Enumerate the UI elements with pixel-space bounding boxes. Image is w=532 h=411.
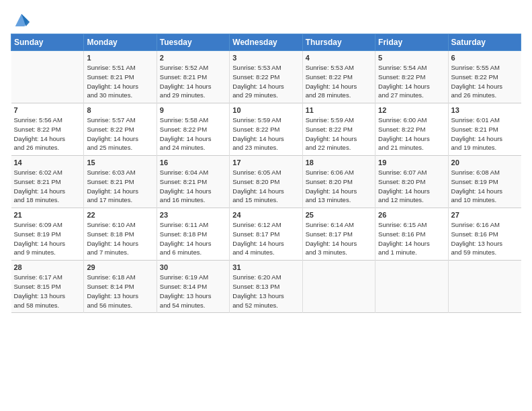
day-info: Sunrise: 6:16 AMSunset: 8:16 PMDaylight:… xyxy=(451,220,519,257)
calendar-cell: 5Sunrise: 5:54 AMSunset: 8:22 PMDaylight… xyxy=(375,51,448,103)
day-info: Sunrise: 6:05 AMSunset: 8:20 PMDaylight:… xyxy=(232,168,299,205)
day-info: Sunrise: 6:19 AMSunset: 8:14 PMDaylight:… xyxy=(160,273,226,310)
week-row-2: 14Sunrise: 6:02 AMSunset: 8:21 PMDayligh… xyxy=(11,156,521,208)
calendar-cell: 28Sunrise: 6:17 AMSunset: 8:15 PMDayligh… xyxy=(11,261,84,313)
calendar-cell: 26Sunrise: 6:15 AMSunset: 8:16 PMDayligh… xyxy=(375,208,448,261)
calendar-body: 1Sunrise: 5:51 AMSunset: 8:21 PMDaylight… xyxy=(11,51,521,313)
calendar-cell: 2Sunrise: 5:52 AMSunset: 8:21 PMDaylight… xyxy=(157,51,229,103)
logo-icon xyxy=(12,11,31,30)
day-info: Sunrise: 6:08 AMSunset: 8:19 PMDaylight:… xyxy=(451,168,519,205)
day-number: 21 xyxy=(14,211,81,219)
header-day-monday: Monday xyxy=(84,34,157,51)
calendar-cell: 6Sunrise: 5:55 AMSunset: 8:22 PMDaylight… xyxy=(448,51,521,103)
calendar-cell: 12Sunrise: 6:00 AMSunset: 8:22 PMDayligh… xyxy=(375,103,448,156)
day-number: 4 xyxy=(306,54,372,62)
day-info: Sunrise: 6:03 AMSunset: 8:21 PMDaylight:… xyxy=(87,168,153,205)
day-info: Sunrise: 5:52 AMSunset: 8:21 PMDaylight:… xyxy=(160,63,226,100)
day-number: 8 xyxy=(87,106,153,114)
day-number: 22 xyxy=(87,211,153,219)
day-info: Sunrise: 6:04 AMSunset: 8:21 PMDaylight:… xyxy=(160,168,226,205)
calendar-cell: 17Sunrise: 6:05 AMSunset: 8:20 PMDayligh… xyxy=(230,156,302,208)
day-info: Sunrise: 6:18 AMSunset: 8:14 PMDaylight:… xyxy=(87,273,153,310)
calendar-cell: 8Sunrise: 5:57 AMSunset: 8:22 PMDaylight… xyxy=(84,103,157,156)
header-day-thursday: Thursday xyxy=(302,34,375,51)
week-row-3: 21Sunrise: 6:09 AMSunset: 8:19 PMDayligh… xyxy=(11,208,521,261)
day-number: 30 xyxy=(160,263,226,271)
header-day-tuesday: Tuesday xyxy=(157,34,229,51)
day-number: 13 xyxy=(451,106,519,114)
day-number: 28 xyxy=(14,263,81,271)
day-number: 19 xyxy=(378,158,445,167)
day-number: 1 xyxy=(87,54,153,62)
day-number: 27 xyxy=(451,211,519,219)
day-info: Sunrise: 6:01 AMSunset: 8:21 PMDaylight:… xyxy=(451,116,519,152)
day-info: Sunrise: 5:53 AMSunset: 8:22 PMDaylight:… xyxy=(232,63,299,100)
calendar-cell: 3Sunrise: 5:53 AMSunset: 8:22 PMDaylight… xyxy=(230,51,302,103)
day-number: 29 xyxy=(87,263,153,271)
day-number: 2 xyxy=(160,54,226,62)
day-info: Sunrise: 6:02 AMSunset: 8:21 PMDaylight:… xyxy=(14,168,81,205)
day-number: 11 xyxy=(306,106,372,114)
calendar-cell: 27Sunrise: 6:16 AMSunset: 8:16 PMDayligh… xyxy=(448,208,521,261)
day-number: 12 xyxy=(378,106,445,114)
day-info: Sunrise: 6:10 AMSunset: 8:18 PMDaylight:… xyxy=(87,220,153,257)
calendar-cell xyxy=(302,261,375,313)
calendar-cell: 25Sunrise: 6:14 AMSunset: 8:17 PMDayligh… xyxy=(302,208,375,261)
calendar-cell xyxy=(11,51,84,103)
day-info: Sunrise: 5:54 AMSunset: 8:22 PMDaylight:… xyxy=(378,63,445,100)
day-number: 18 xyxy=(306,158,372,167)
day-number: 24 xyxy=(232,211,299,219)
day-number: 31 xyxy=(232,263,299,271)
calendar-table: SundayMondayTuesdayWednesdayThursdayFrid… xyxy=(11,34,521,313)
day-number: 6 xyxy=(451,54,519,62)
calendar-cell: 19Sunrise: 6:07 AMSunset: 8:20 PMDayligh… xyxy=(375,156,448,208)
day-number: 15 xyxy=(87,158,153,167)
day-number: 3 xyxy=(232,54,299,62)
day-info: Sunrise: 6:14 AMSunset: 8:17 PMDaylight:… xyxy=(306,220,372,257)
day-info: Sunrise: 5:53 AMSunset: 8:22 PMDaylight:… xyxy=(306,63,372,100)
day-number: 14 xyxy=(14,158,81,167)
calendar-cell: 1Sunrise: 5:51 AMSunset: 8:21 PMDaylight… xyxy=(84,51,157,103)
header-day-saturday: Saturday xyxy=(448,34,521,51)
day-info: Sunrise: 5:51 AMSunset: 8:21 PMDaylight:… xyxy=(87,63,153,100)
calendar-cell: 13Sunrise: 6:01 AMSunset: 8:21 PMDayligh… xyxy=(448,103,521,156)
day-info: Sunrise: 6:20 AMSunset: 8:13 PMDaylight:… xyxy=(232,273,299,310)
calendar-cell: 22Sunrise: 6:10 AMSunset: 8:18 PMDayligh… xyxy=(84,208,157,261)
day-number: 25 xyxy=(306,211,372,219)
calendar-cell: 11Sunrise: 5:59 AMSunset: 8:22 PMDayligh… xyxy=(302,103,375,156)
day-info: Sunrise: 5:59 AMSunset: 8:22 PMDaylight:… xyxy=(306,116,372,152)
header-day-sunday: Sunday xyxy=(11,34,84,51)
calendar-cell: 7Sunrise: 5:56 AMSunset: 8:22 PMDaylight… xyxy=(11,103,84,156)
day-info: Sunrise: 5:57 AMSunset: 8:22 PMDaylight:… xyxy=(87,116,153,152)
day-number: 7 xyxy=(14,106,81,114)
calendar-cell xyxy=(375,261,448,313)
week-row-1: 7Sunrise: 5:56 AMSunset: 8:22 PMDaylight… xyxy=(11,103,521,156)
day-info: Sunrise: 6:00 AMSunset: 8:22 PMDaylight:… xyxy=(378,116,445,152)
calendar-cell: 10Sunrise: 5:59 AMSunset: 8:22 PMDayligh… xyxy=(230,103,302,156)
calendar-cell: 4Sunrise: 5:53 AMSunset: 8:22 PMDaylight… xyxy=(302,51,375,103)
calendar-header: SundayMondayTuesdayWednesdayThursdayFrid… xyxy=(11,34,521,51)
calendar-cell: 18Sunrise: 6:06 AMSunset: 8:20 PMDayligh… xyxy=(302,156,375,208)
calendar-cell: 23Sunrise: 6:11 AMSunset: 8:18 PMDayligh… xyxy=(157,208,229,261)
day-info: Sunrise: 5:59 AMSunset: 8:22 PMDaylight:… xyxy=(232,116,299,152)
day-info: Sunrise: 5:58 AMSunset: 8:22 PMDaylight:… xyxy=(160,116,226,152)
day-number: 20 xyxy=(451,158,519,167)
calendar-cell: 31Sunrise: 6:20 AMSunset: 8:13 PMDayligh… xyxy=(230,261,302,313)
page-container: SundayMondayTuesdayWednesdayThursdayFrid… xyxy=(0,0,532,318)
calendar-cell: 14Sunrise: 6:02 AMSunset: 8:21 PMDayligh… xyxy=(11,156,84,208)
day-info: Sunrise: 5:56 AMSunset: 8:22 PMDaylight:… xyxy=(14,116,81,152)
day-number: 26 xyxy=(378,211,445,219)
logo xyxy=(11,11,31,30)
day-info: Sunrise: 6:06 AMSunset: 8:20 PMDaylight:… xyxy=(306,168,372,205)
header xyxy=(11,8,521,30)
day-number: 5 xyxy=(378,54,445,62)
day-number: 16 xyxy=(160,158,226,167)
day-info: Sunrise: 6:07 AMSunset: 8:20 PMDaylight:… xyxy=(378,168,445,205)
calendar-cell: 21Sunrise: 6:09 AMSunset: 8:19 PMDayligh… xyxy=(11,208,84,261)
day-number: 9 xyxy=(160,106,226,114)
day-info: Sunrise: 6:11 AMSunset: 8:18 PMDaylight:… xyxy=(160,220,226,257)
header-day-wednesday: Wednesday xyxy=(230,34,302,51)
week-row-4: 28Sunrise: 6:17 AMSunset: 8:15 PMDayligh… xyxy=(11,261,521,313)
day-info: Sunrise: 6:15 AMSunset: 8:16 PMDaylight:… xyxy=(378,220,445,257)
calendar-cell: 24Sunrise: 6:12 AMSunset: 8:17 PMDayligh… xyxy=(230,208,302,261)
